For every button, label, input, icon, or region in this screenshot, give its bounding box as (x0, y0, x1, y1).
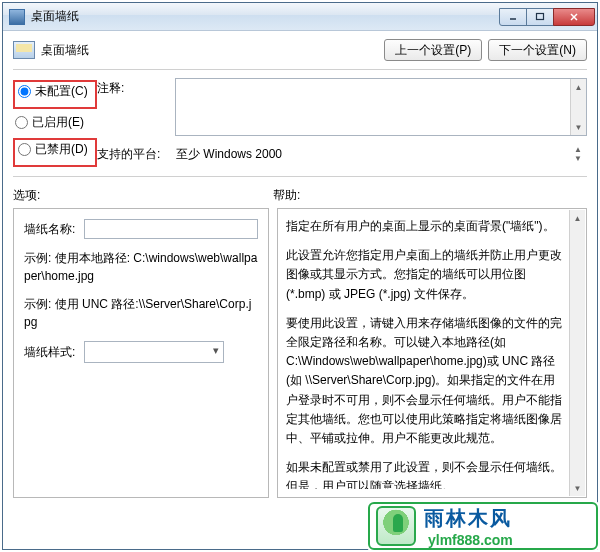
state-radios: 未配置(C) 已启用(E) 已禁用(D) (13, 78, 97, 172)
watermark-brand: 雨林木风 (424, 507, 512, 529)
scroll-down-icon[interactable]: ▼ (571, 119, 586, 135)
help-p1: 指定在所有用户的桌面上显示的桌面背景("墙纸")。 (286, 217, 564, 236)
nav-buttons: 上一个设置(P) 下一个设置(N) (384, 39, 587, 61)
window-controls (500, 8, 595, 26)
help-scrollbar[interactable]: ▲ ▼ (569, 210, 585, 496)
minimize-button[interactable] (499, 8, 527, 26)
platform-field: 支持的平台: 至少 Windows 2000 ▲ ▼ (97, 144, 587, 164)
scroll-up-icon[interactable]: ▲ (570, 145, 586, 154)
platform-value: 至少 Windows 2000 (176, 146, 282, 163)
help-p2: 此设置允许您指定用户桌面上的墙纸并防止用户更改图像或其显示方式。您指定的墙纸可以… (286, 246, 564, 304)
options-panel: 墙纸名称: 示例: 使用本地路径: C:\windows\web\wallpap… (13, 208, 269, 498)
help-section-label: 帮助: (273, 187, 300, 204)
watermark-url: ylmf888.com (428, 532, 513, 548)
prev-setting-label: 上一个设置(P) (395, 42, 471, 59)
example-local-path: 示例: 使用本地路径: C:\windows\web\wallpaper\hom… (24, 249, 258, 285)
titlebar[interactable]: 桌面墙纸 (3, 3, 597, 31)
watermark-text-wrap: 雨林木风 ylmf888.com (424, 505, 513, 548)
watermark: 雨林木风 ylmf888.com (368, 502, 598, 550)
wallpaper-name-input[interactable] (84, 219, 258, 239)
highlight-not-configured: 未配置(C) (13, 80, 97, 109)
svg-rect-1 (537, 13, 544, 19)
scroll-up-icon[interactable]: ▲ (570, 210, 585, 226)
help-p4: 如果未配置或禁用了此设置，则不会显示任何墙纸。但是，用户可以随意选择墙纸。 (286, 458, 564, 489)
scroll-down-icon[interactable]: ▼ (570, 154, 586, 163)
separator (13, 69, 587, 70)
maximize-button[interactable] (526, 8, 554, 26)
platform-scrollbar[interactable]: ▲ ▼ (570, 145, 586, 163)
app-icon (9, 9, 25, 25)
scroll-up-icon[interactable]: ▲ (571, 79, 586, 95)
wallpaper-style-select[interactable] (84, 341, 224, 363)
comment-label: 注释: (97, 78, 175, 136)
help-p3: 要使用此设置，请键入用来存储墙纸图像的文件的完全限定路径和名称。可以键入本地路径… (286, 314, 564, 448)
separator (13, 176, 587, 177)
comment-scrollbar[interactable]: ▲ ▼ (570, 79, 586, 135)
watermark-logo-icon (376, 506, 416, 546)
platform-label: 支持的平台: (97, 144, 175, 164)
radio-enabled-input[interactable] (15, 116, 28, 129)
scroll-down-icon[interactable]: ▼ (570, 480, 585, 496)
options-section-label: 选项: (13, 187, 273, 204)
close-button[interactable] (553, 8, 595, 26)
wallpaper-icon (13, 41, 35, 59)
help-text: 指定在所有用户的桌面上显示的桌面背景("墙纸")。 此设置允许您指定用户桌面上的… (286, 217, 564, 489)
comment-input[interactable]: ▲ ▼ (175, 78, 587, 136)
radio-disabled-input[interactable] (18, 143, 31, 156)
radio-not-configured-input[interactable] (18, 85, 31, 98)
prev-setting-button[interactable]: 上一个设置(P) (384, 39, 482, 61)
section-labels: 选项: 帮助: (13, 187, 587, 204)
page-title: 桌面墙纸 (41, 42, 89, 59)
radio-disabled-label: 已禁用(D) (35, 141, 88, 158)
next-setting-button[interactable]: 下一个设置(N) (488, 39, 587, 61)
highlight-disabled: 已禁用(D) (13, 138, 97, 167)
example-unc-path: 示例: 使用 UNC 路径:\\Server\Share\Corp.jpg (24, 295, 258, 331)
comment-field: 注释: ▲ ▼ (97, 78, 587, 136)
client-area: 桌面墙纸 上一个设置(P) 下一个设置(N) 未配置(C) 已启用(E) (3, 31, 597, 549)
window-title: 桌面墙纸 (31, 8, 500, 25)
panels: 墙纸名称: 示例: 使用本地路径: C:\windows\web\wallpap… (13, 208, 587, 498)
radio-not-configured-label: 未配置(C) (35, 83, 88, 100)
radio-enabled[interactable]: 已启用(E) (13, 113, 97, 132)
config-area: 未配置(C) 已启用(E) 已禁用(D) 注释: (13, 78, 587, 172)
right-column: 注释: ▲ ▼ 支持的平台: 至少 Windows 2000 ▲ (97, 78, 587, 172)
platform-value-box: 至少 Windows 2000 ▲ ▼ (175, 144, 587, 164)
radio-not-configured[interactable]: 未配置(C) (16, 82, 94, 101)
radio-enabled-label: 已启用(E) (32, 114, 84, 131)
wallpaper-name-row: 墙纸名称: (24, 219, 258, 239)
radio-disabled[interactable]: 已禁用(D) (16, 140, 94, 159)
next-setting-label: 下一个设置(N) (499, 42, 576, 59)
help-panel: 指定在所有用户的桌面上显示的桌面背景("墙纸")。 此设置允许您指定用户桌面上的… (277, 208, 587, 498)
wallpaper-name-label: 墙纸名称: (24, 221, 84, 238)
window-frame: 桌面墙纸 桌面墙纸 上一个设置(P) 下一个设置(N) (2, 2, 598, 550)
header-row: 桌面墙纸 上一个设置(P) 下一个设置(N) (13, 39, 587, 61)
wallpaper-style-label: 墙纸样式: (24, 344, 84, 361)
wallpaper-style-row: 墙纸样式: (24, 341, 258, 363)
